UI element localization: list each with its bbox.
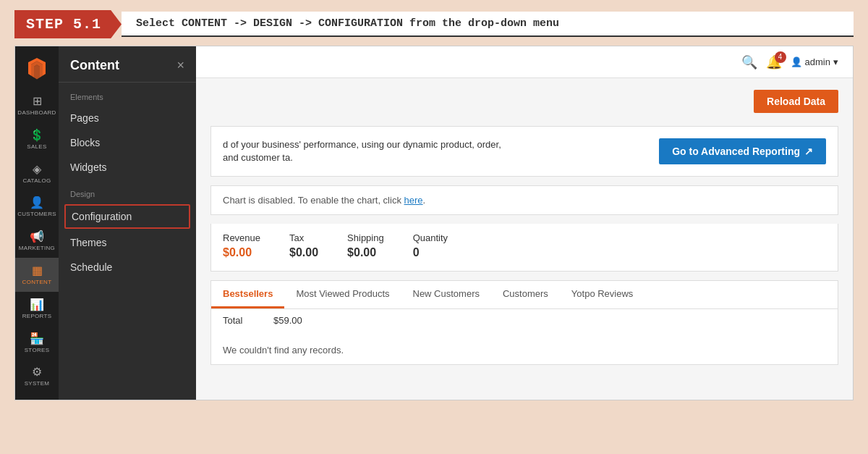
- tabs-header: Bestsellers Most Viewed Products New Cus…: [211, 281, 838, 309]
- notification-count: 4: [775, 51, 786, 63]
- reload-data-button[interactable]: Reload Data: [754, 90, 838, 113]
- catalog-icon: ◈: [33, 162, 41, 176]
- sidebar-item-catalog[interactable]: ◈ CATALOG: [15, 156, 59, 190]
- admin-dropdown-chevron: ▾: [833, 56, 838, 67]
- metric-quantity-label: Quantity: [413, 232, 448, 243]
- step-header: STEP 5.1 Select CONTENT -> DESIGN -> CON…: [0, 0, 868, 46]
- metric-revenue-label: Revenue: [223, 232, 260, 243]
- sales-icon: 💲: [30, 128, 44, 142]
- search-icon[interactable]: 🔍: [741, 54, 757, 70]
- metrics-row: Revenue $0.00 Tax $0.00 Shipping $0.00 Q…: [210, 224, 838, 272]
- top-bar: 🔍 🔔 4 👤 admin ▾: [196, 46, 853, 78]
- chart-enable-link[interactable]: here: [404, 195, 423, 206]
- elements-section-title: Elements: [59, 83, 196, 106]
- step-instruction: Select CONTENT -> DESIGN -> CONFIGURATIO…: [122, 12, 854, 37]
- admin-user-label: admin: [805, 56, 830, 67]
- sidebar-item-content[interactable]: ▦ CONTENT: [15, 258, 59, 292]
- sidebar-label-reports: REPORTS: [22, 314, 52, 320]
- sidebar-item-system[interactable]: ⚙ SYSTEM: [15, 359, 59, 393]
- sidebar-item-reports[interactable]: 📊 REPORTS: [15, 292, 59, 326]
- total-label: Total: [223, 315, 259, 326]
- sidebar-label-customers: CUSTOMERS: [17, 211, 56, 218]
- metric-tax-value: $0.00: [289, 246, 318, 259]
- tabs-section: Bestsellers Most Viewed Products New Cus…: [210, 280, 838, 365]
- design-section-title: Design: [59, 180, 196, 203]
- sidebar-label-stores: STORES: [25, 348, 50, 354]
- sidebar-label-content: CONTENT: [22, 279, 52, 286]
- dropdown-item-themes[interactable]: Themes: [59, 230, 196, 255]
- dropdown-item-widgets[interactable]: Widgets: [59, 155, 196, 180]
- reports-icon: 📊: [30, 298, 44, 311]
- stores-icon: 🏪: [30, 332, 44, 345]
- no-records-text: We couldn't find any records.: [223, 345, 344, 356]
- total-row: Total $59.00: [223, 315, 302, 330]
- external-link-icon: ↗: [804, 146, 813, 157]
- content-dropdown-panel: Content × Elements Pages Blocks Widgets …: [59, 46, 196, 400]
- chart-disabled-notice: Chart is disabled. To enable the chart, …: [210, 185, 838, 215]
- sidebar-item-sales[interactable]: 💲 SALES: [15, 122, 59, 156]
- system-icon: ⚙: [32, 365, 42, 379]
- tab-yotpo[interactable]: Yotpo Reviews: [560, 281, 645, 308]
- dropdown-header: Content ×: [59, 46, 196, 83]
- sidebar-label-system: SYSTEM: [25, 381, 50, 387]
- tab-new-customers[interactable]: New Customers: [401, 281, 491, 308]
- metric-quantity-value: 0: [413, 246, 448, 259]
- dropdown-item-schedule[interactable]: Schedule: [59, 255, 196, 279]
- content-icon: ▦: [32, 264, 43, 277]
- metric-tax-label: Tax: [289, 232, 318, 243]
- advanced-reporting-label: Go to Advanced Reporting: [672, 146, 800, 157]
- marketing-icon: 📢: [30, 230, 44, 243]
- customers-icon: 👤: [30, 196, 44, 209]
- tab-most-viewed[interactable]: Most Viewed Products: [284, 281, 401, 308]
- sidebar-item-dashboard[interactable]: ⊞ DASHBOARD: [15, 88, 59, 122]
- step-badge: STEP 5.1: [14, 10, 122, 38]
- dropdown-item-blocks[interactable]: Blocks: [59, 130, 196, 155]
- sidebar-item-customers[interactable]: 👤 CUSTOMERS: [15, 190, 59, 224]
- dropdown-title: Content: [70, 58, 119, 73]
- dropdown-item-pages[interactable]: Pages: [59, 106, 196, 130]
- metric-revenue: Revenue $0.00: [223, 232, 260, 259]
- admin-user-icon: 👤: [791, 56, 802, 67]
- admin-user-menu[interactable]: 👤 admin ▾: [791, 56, 838, 67]
- advanced-reporting-section: d of your business' performance, using o…: [210, 126, 838, 177]
- metric-revenue-value: $0.00: [223, 246, 260, 259]
- right-panel: 🔍 🔔 4 👤 admin ▾ Reload Data d of your bu…: [196, 46, 853, 400]
- total-value: $59.00: [273, 315, 302, 326]
- sidebar-label-marketing: MARKETING: [19, 245, 55, 252]
- dashboard-icon: ⊞: [33, 94, 42, 108]
- tab-customers[interactable]: Customers: [491, 281, 560, 308]
- advanced-reporting-button[interactable]: Go to Advanced Reporting ↗: [659, 138, 826, 164]
- main-content: ⊞ DASHBOARD 💲 SALES ◈ CATALOG 👤 CUSTOMER…: [14, 46, 854, 400]
- sidebar-label-sales: SALES: [27, 144, 46, 151]
- dropdown-item-configuration[interactable]: Configuration: [64, 204, 190, 229]
- sidebar: ⊞ DASHBOARD 💲 SALES ◈ CATALOG 👤 CUSTOMER…: [15, 46, 59, 400]
- metric-tax: Tax $0.00: [289, 232, 318, 259]
- dashboard-content: Reload Data d of your business' performa…: [196, 78, 853, 400]
- metric-shipping-label: Shipping: [347, 232, 384, 243]
- reporting-description: d of your business' performance, using o…: [223, 138, 512, 164]
- chart-period: .: [423, 195, 426, 206]
- sidebar-item-marketing[interactable]: 📢 MARKETING: [15, 224, 59, 258]
- chart-disabled-text: Chart is disabled. To enable the chart, …: [223, 195, 401, 206]
- tab-bestsellers[interactable]: Bestsellers: [211, 281, 284, 308]
- sidebar-label-catalog: CATALOG: [22, 178, 51, 185]
- metric-quantity: Quantity 0: [413, 232, 448, 259]
- metric-shipping: Shipping $0.00: [347, 232, 384, 259]
- sidebar-item-stores[interactable]: 🏪 STORES: [15, 326, 59, 360]
- dropdown-close-icon[interactable]: ×: [176, 58, 184, 73]
- tab-content-area: We couldn't find any records.: [211, 336, 838, 364]
- sidebar-label-dashboard: DASHBOARD: [17, 110, 56, 117]
- notification-bell[interactable]: 🔔 4: [766, 54, 782, 70]
- magento-logo: [22, 54, 51, 83]
- metric-shipping-value: $0.00: [347, 246, 384, 259]
